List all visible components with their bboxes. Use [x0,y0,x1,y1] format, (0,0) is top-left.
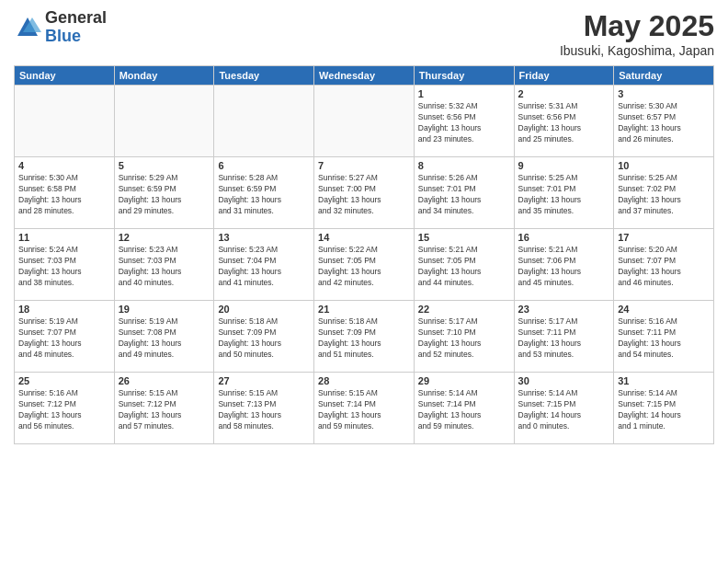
calendar-cell: 3Sunrise: 5:30 AM Sunset: 6:57 PM Daylig… [614,86,714,157]
day-number: 13 [218,232,310,243]
calendar: Sunday Monday Tuesday Wednesday Thursday… [14,65,714,444]
calendar-cell: 16Sunrise: 5:21 AM Sunset: 7:06 PM Dayli… [514,229,614,301]
col-sunday: Sunday [15,66,115,86]
calendar-cell: 17Sunrise: 5:20 AM Sunset: 7:07 PM Dayli… [614,229,714,301]
day-number: 14 [318,232,410,243]
calendar-cell: 23Sunrise: 5:17 AM Sunset: 7:11 PM Dayli… [514,301,614,373]
header: General Blue May 2025 Ibusuki, Kagoshima… [14,9,714,58]
day-number: 27 [218,375,310,386]
col-friday: Friday [514,66,614,86]
location: Ibusuki, Kagoshima, Japan [560,43,714,58]
day-content: Sunrise: 5:25 AM Sunset: 7:02 PM Dayligh… [618,173,710,217]
calendar-cell: 31Sunrise: 5:14 AM Sunset: 7:15 PM Dayli… [614,373,714,444]
day-content: Sunrise: 5:23 AM Sunset: 7:04 PM Dayligh… [218,245,310,289]
day-number: 10 [618,160,710,171]
calendar-cell: 10Sunrise: 5:25 AM Sunset: 7:02 PM Dayli… [614,157,714,229]
day-number: 29 [418,375,510,386]
day-content: Sunrise: 5:29 AM Sunset: 6:59 PM Dayligh… [119,173,210,217]
col-saturday: Saturday [614,66,714,86]
col-tuesday: Tuesday [214,66,314,86]
day-content: Sunrise: 5:32 AM Sunset: 6:56 PM Dayligh… [418,101,510,145]
calendar-cell: 8Sunrise: 5:26 AM Sunset: 7:01 PM Daylig… [414,157,514,229]
day-content: Sunrise: 5:19 AM Sunset: 7:07 PM Dayligh… [18,316,110,361]
day-content: Sunrise: 5:18 AM Sunset: 7:09 PM Dayligh… [218,316,310,361]
day-number: 6 [218,160,310,171]
col-monday: Monday [114,66,214,86]
day-number: 22 [418,304,510,315]
day-content: Sunrise: 5:17 AM Sunset: 7:10 PM Dayligh… [418,316,510,361]
day-number: 25 [18,375,110,386]
title-section: May 2025 Ibusuki, Kagoshima, Japan [560,9,714,58]
month-title: May 2025 [560,9,714,43]
day-number: 7 [318,160,410,171]
calendar-cell: 5Sunrise: 5:29 AM Sunset: 6:59 PM Daylig… [114,157,214,229]
day-number: 5 [119,160,210,171]
day-content: Sunrise: 5:20 AM Sunset: 7:07 PM Dayligh… [618,245,710,289]
calendar-cell: 14Sunrise: 5:22 AM Sunset: 7:05 PM Dayli… [314,229,415,301]
day-number: 8 [418,160,510,171]
day-content: Sunrise: 5:17 AM Sunset: 7:11 PM Dayligh… [518,316,610,361]
day-number: 12 [119,232,210,243]
day-content: Sunrise: 5:16 AM Sunset: 7:11 PM Dayligh… [618,316,710,361]
calendar-cell [114,86,214,157]
day-number: 11 [18,232,110,243]
day-content: Sunrise: 5:16 AM Sunset: 7:12 PM Dayligh… [18,388,110,432]
day-number: 20 [218,304,310,315]
day-content: Sunrise: 5:28 AM Sunset: 6:59 PM Dayligh… [218,173,310,217]
calendar-cell: 19Sunrise: 5:19 AM Sunset: 7:08 PM Dayli… [114,301,214,373]
day-number: 23 [518,304,610,315]
calendar-week-4: 18Sunrise: 5:19 AM Sunset: 7:07 PM Dayli… [15,301,714,373]
calendar-cell: 22Sunrise: 5:17 AM Sunset: 7:10 PM Dayli… [414,301,514,373]
day-number: 31 [618,375,710,386]
day-content: Sunrise: 5:26 AM Sunset: 7:01 PM Dayligh… [418,173,510,217]
calendar-cell: 25Sunrise: 5:16 AM Sunset: 7:12 PM Dayli… [15,373,115,444]
calendar-cell: 15Sunrise: 5:21 AM Sunset: 7:05 PM Dayli… [414,229,514,301]
day-number: 30 [518,375,610,386]
calendar-cell [15,86,115,157]
calendar-week-3: 11Sunrise: 5:24 AM Sunset: 7:03 PM Dayli… [15,229,714,301]
day-content: Sunrise: 5:15 AM Sunset: 7:13 PM Dayligh… [218,388,310,432]
day-content: Sunrise: 5:31 AM Sunset: 6:56 PM Dayligh… [518,101,610,145]
calendar-cell: 27Sunrise: 5:15 AM Sunset: 7:13 PM Dayli… [214,373,314,444]
calendar-cell: 7Sunrise: 5:27 AM Sunset: 7:00 PM Daylig… [314,157,415,229]
calendar-cell: 18Sunrise: 5:19 AM Sunset: 7:07 PM Dayli… [15,301,115,373]
day-content: Sunrise: 5:21 AM Sunset: 7:05 PM Dayligh… [418,245,510,289]
calendar-cell: 26Sunrise: 5:15 AM Sunset: 7:12 PM Dayli… [114,373,214,444]
calendar-cell [214,86,314,157]
logo-text: General Blue [45,9,107,46]
calendar-cell: 20Sunrise: 5:18 AM Sunset: 7:09 PM Dayli… [214,301,314,373]
day-number: 3 [618,88,710,99]
day-number: 17 [618,232,710,243]
calendar-cell: 21Sunrise: 5:18 AM Sunset: 7:09 PM Dayli… [314,301,415,373]
calendar-week-5: 25Sunrise: 5:16 AM Sunset: 7:12 PM Dayli… [15,373,714,444]
calendar-cell: 4Sunrise: 5:30 AM Sunset: 6:58 PM Daylig… [15,157,115,229]
calendar-week-1: 1Sunrise: 5:32 AM Sunset: 6:56 PM Daylig… [15,86,714,157]
calendar-cell [314,86,415,157]
calendar-header-row: Sunday Monday Tuesday Wednesday Thursday… [15,66,714,86]
day-number: 28 [318,375,410,386]
logo-icon [14,14,41,41]
calendar-cell: 2Sunrise: 5:31 AM Sunset: 6:56 PM Daylig… [514,86,614,157]
logo-blue: Blue [45,28,107,46]
day-content: Sunrise: 5:30 AM Sunset: 6:58 PM Dayligh… [18,173,110,217]
col-thursday: Thursday [414,66,514,86]
day-content: Sunrise: 5:30 AM Sunset: 6:57 PM Dayligh… [618,101,710,145]
day-number: 2 [518,88,610,99]
day-number: 9 [518,160,610,171]
page: General Blue May 2025 Ibusuki, Kagoshima… [0,0,728,563]
calendar-cell: 29Sunrise: 5:14 AM Sunset: 7:14 PM Dayli… [414,373,514,444]
day-number: 18 [18,304,110,315]
calendar-cell: 30Sunrise: 5:14 AM Sunset: 7:15 PM Dayli… [514,373,614,444]
day-number: 1 [418,88,510,99]
logo: General Blue [14,9,107,46]
day-content: Sunrise: 5:22 AM Sunset: 7:05 PM Dayligh… [318,245,410,289]
day-number: 4 [18,160,110,171]
day-content: Sunrise: 5:14 AM Sunset: 7:15 PM Dayligh… [618,388,710,432]
col-wednesday: Wednesday [314,66,415,86]
day-content: Sunrise: 5:19 AM Sunset: 7:08 PM Dayligh… [119,316,210,361]
day-content: Sunrise: 5:14 AM Sunset: 7:15 PM Dayligh… [518,388,610,432]
day-content: Sunrise: 5:23 AM Sunset: 7:03 PM Dayligh… [119,245,210,289]
day-content: Sunrise: 5:14 AM Sunset: 7:14 PM Dayligh… [418,388,510,432]
day-content: Sunrise: 5:25 AM Sunset: 7:01 PM Dayligh… [518,173,610,217]
calendar-cell: 6Sunrise: 5:28 AM Sunset: 6:59 PM Daylig… [214,157,314,229]
